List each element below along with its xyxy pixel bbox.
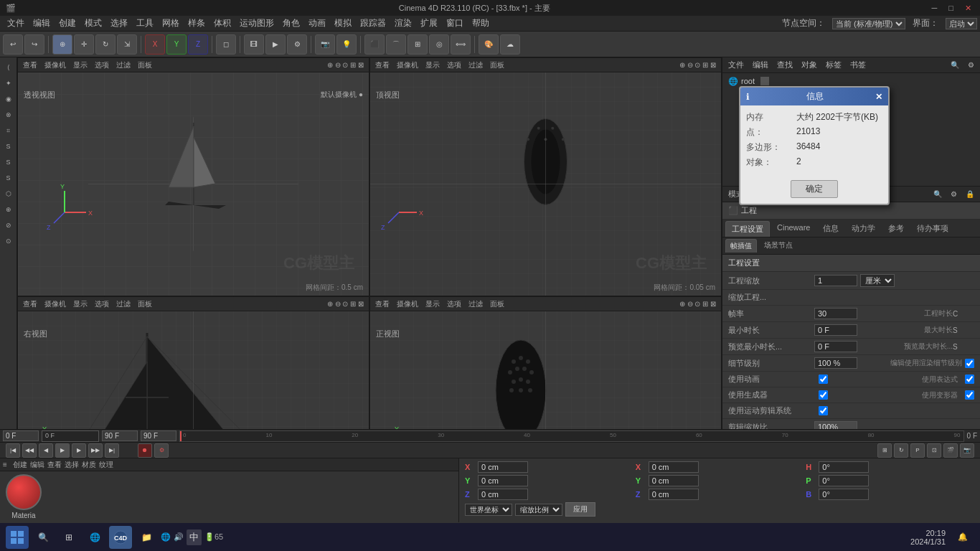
mat-hamburger[interactable]: ≡ [3,461,7,468]
vp-display-tl[interactable]: 显示 [71,60,90,71]
use-deform-cb[interactable] [965,390,974,400]
vp-panel-tr[interactable]: 面板 [488,60,507,71]
menu-edit[interactable]: 编辑 [29,16,55,31]
vp-look-tl[interactable]: 查看 [21,60,39,71]
use-moclip-cb[interactable] [819,406,828,415]
vp-opt-tr[interactable]: 选项 [445,60,463,71]
chrome-btn[interactable]: 🌐 [83,526,106,549]
menu-spline[interactable]: 样条 [184,16,209,31]
obj-filter-icon[interactable]: ⚙ [965,60,977,70]
rotate-btn[interactable]: ↻ [95,34,116,55]
vp-look-bl[interactable]: 查看 [21,298,39,310]
menu-select[interactable]: 选择 [106,16,132,31]
use-expr-cb[interactable] [965,375,974,384]
start-btn[interactable] [6,526,29,549]
obj-find[interactable]: 查找 [774,58,796,72]
vp-cam-tl[interactable]: 摄像机 [42,60,68,71]
notification-btn[interactable]: 🔔 [951,526,974,549]
vp-opt-br[interactable]: 选项 [445,298,463,310]
menu-window[interactable]: 窗口 [442,16,468,31]
menu-mesh[interactable]: 网格 [158,16,184,31]
mat-edit[interactable]: 编辑 [30,460,44,470]
cam-lock-btn[interactable]: 📷 [960,443,974,458]
scale-btn[interactable]: ⇲ [117,34,137,55]
preview-btn[interactable]: P [910,443,925,458]
cube-btn[interactable]: ⬛ [364,34,385,55]
y-pos-input[interactable] [478,475,528,486]
taskview-btn[interactable]: ⊞ [57,526,80,549]
props-search-icon[interactable]: 🔍 [930,189,945,199]
mat-view[interactable]: 查看 [47,460,62,470]
x-pos-input[interactable] [478,461,528,473]
timeline-track[interactable]: 0102030405060708090 [179,430,964,442]
tab-ref[interactable]: 参考 [882,221,910,237]
sidebar-icon-12[interactable]: ⊙ [1,234,16,248]
vp-look-br[interactable]: 查看 [373,298,392,310]
select-btn[interactable]: ⊕ [52,34,72,55]
render-settings-btn[interactable]: ⚙ [287,34,307,55]
sidebar-icon-6[interactable]: S [1,139,16,154]
prev-key-btn[interactable]: ◀◀ [22,443,37,458]
obj-search-icon[interactable]: 🔍 [948,60,962,70]
menu-sim[interactable]: 模拟 [330,16,356,31]
object-btn[interactable]: ◻ [216,34,236,55]
apply-btn[interactable]: 应用 [565,502,595,517]
cinema4d-taskbar-btn[interactable]: C4D [109,526,132,549]
node-space-select[interactable]: 当前 (标准/物理) [832,18,905,29]
menu-help[interactable]: 帮助 [468,16,494,31]
sidebar-icon-2[interactable]: ✦ [1,76,16,90]
sidebar-icon-9[interactable]: ⬡ [1,187,16,201]
play-btn[interactable]: ▶ [55,443,70,458]
timeline-end2-input[interactable] [141,430,176,441]
vp-cam-bl[interactable]: 摄像机 [42,298,68,310]
x-rot-input[interactable] [649,461,699,473]
vp-panel-br[interactable]: 面板 [488,298,507,310]
sky-btn[interactable]: ☁ [500,34,520,55]
sidebar-icon-10[interactable]: ⊕ [1,202,16,217]
render-preview-btn[interactable]: 🎞 [244,34,264,55]
vp-filter-br[interactable]: 过滤 [466,298,485,310]
tab-project-settings[interactable]: 工程设置 [725,221,770,237]
maximize-btn[interactable]: □ [946,4,956,13]
vp-opt-bl[interactable]: 选项 [93,298,111,310]
vp-opt-tl[interactable]: 选项 [93,60,111,71]
axis-y-btn[interactable]: Y [166,34,187,55]
menu-mode[interactable]: 模式 [80,16,106,31]
vp-filter-bl[interactable]: 过滤 [114,298,133,310]
p-input[interactable] [819,475,869,486]
fps-input[interactable] [814,308,857,319]
vp-display-tr[interactable]: 显示 [423,60,442,71]
scale-mode-select[interactable]: 缩放比例 [515,504,562,516]
tab-info[interactable]: 信息 [817,221,844,237]
sidebar-icon-8[interactable]: S [1,171,16,185]
subtab-scene-nodes[interactable]: 场景节点 [760,239,797,253]
coord-system-select[interactable]: 世界坐标 [465,504,512,516]
bend-btn[interactable]: ⌒ [386,34,406,55]
goto-end-btn[interactable]: ▶| [105,443,119,458]
preview-min-input[interactable] [814,341,857,352]
vp-panel-tl[interactable]: 面板 [136,60,154,71]
obj-bookmark[interactable]: 书签 [847,58,869,72]
vp-filter-tr[interactable]: 过滤 [466,60,485,71]
vp-panel-bl[interactable]: 面板 [136,298,154,310]
motion-btn[interactable]: 🎬 [943,443,958,458]
use-anim-cb[interactable] [819,375,828,384]
props-filter-icon[interactable]: ⚙ [948,189,960,199]
array-btn[interactable]: ⊞ [407,34,428,55]
light-btn[interactable]: 💡 [336,34,357,55]
dialog-close-btn[interactable]: ✕ [875,92,882,102]
mat-material[interactable]: 材质 [82,460,96,470]
axis-x-btn[interactable]: X [145,34,165,55]
search-taskbar-btn[interactable]: 🔍 [32,526,55,549]
cam-btn[interactable]: 📷 [315,34,335,55]
record-auto-btn[interactable]: ⚙ [154,443,169,458]
menu-mograph[interactable]: 运动图形 [235,16,278,31]
explorer-taskbar-btn[interactable]: 📁 [135,526,158,549]
z-pos-input[interactable] [478,489,528,500]
render-detail-cb[interactable] [965,359,974,368]
vp-cam-br[interactable]: 摄像机 [395,298,420,310]
interface-select[interactable]: 启动 [946,18,977,29]
close-btn[interactable]: ✕ [962,4,974,13]
menu-anim[interactable]: 动画 [304,16,330,31]
undo-btn[interactable]: ↩ [3,34,23,55]
